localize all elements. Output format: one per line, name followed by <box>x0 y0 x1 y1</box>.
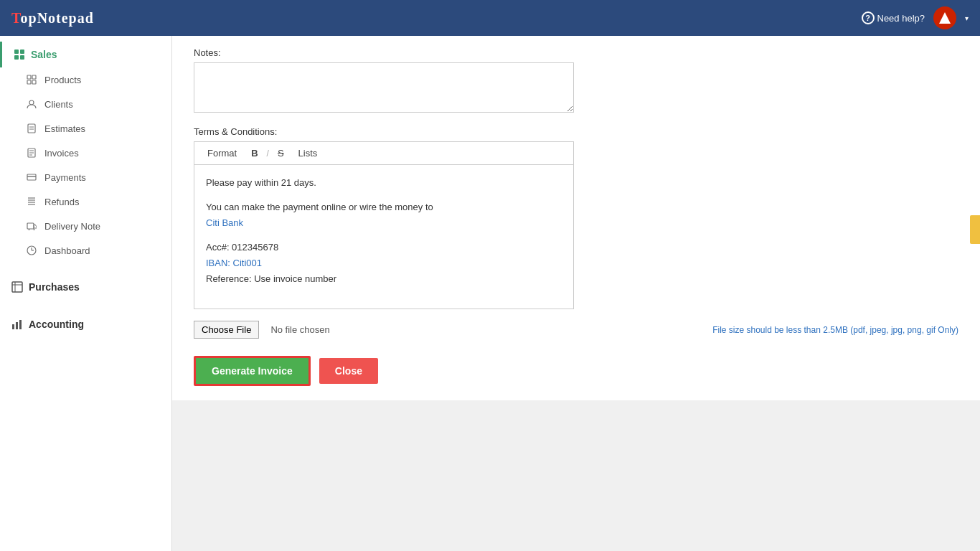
strikethrough-btn[interactable]: S <box>272 146 290 160</box>
action-row: Generate Invoice Close <box>194 356 958 386</box>
delivery-note-icon <box>26 220 37 232</box>
payments-icon <box>26 171 37 183</box>
estimates-label: Estimates <box>44 123 85 134</box>
purchases-section: Purchases <box>0 268 171 306</box>
sidebar-item-estimates[interactable]: Estimates <box>0 116 171 141</box>
terms-line-2: You can make the payment online or wire … <box>206 199 562 215</box>
terms-toolbar: Format B / S Lists <box>194 142 573 165</box>
bold-btn[interactable]: B <box>245 146 263 160</box>
svg-rect-6 <box>27 80 31 84</box>
format-btn[interactable]: Format <box>202 146 242 160</box>
accounting-section: Accounting <box>0 306 171 343</box>
file-upload-row: Choose File No file chosen File size sho… <box>194 321 958 339</box>
delivery-note-label: Delivery Note <box>44 221 100 232</box>
sidebar-item-dashboard[interactable]: Dashboard <box>0 238 171 263</box>
terms-line-4: Acc#: 012345678 <box>206 240 562 255</box>
terms-line-5: IBAN: Citi001 <box>206 255 562 271</box>
svg-rect-5 <box>32 75 36 79</box>
sidebar-accounting-group[interactable]: Accounting <box>0 311 171 337</box>
svg-point-23 <box>29 229 30 230</box>
toolbar-sep-1: / <box>267 149 269 159</box>
terms-editor: Format B / S Lists Please pay within 21 … <box>194 141 574 309</box>
clients-icon <box>26 98 37 110</box>
sales-section: Sales Products Clients <box>0 36 171 268</box>
purchases-icon <box>11 281 23 293</box>
notes-section: Notes: <box>194 47 958 115</box>
avatar-icon <box>939 12 951 24</box>
clients-label: Clients <box>44 99 73 110</box>
sidebar: Sales Products Clients <box>0 36 172 400</box>
dashboard-icon <box>26 245 37 256</box>
products-icon <box>26 74 37 85</box>
svg-rect-22 <box>27 223 34 229</box>
scrollbar-handle[interactable] <box>970 215 980 244</box>
sidebar-item-delivery-note[interactable]: Delivery Note <box>0 214 171 238</box>
main-content: Net Amount [USD] Notes: Terms & Conditio… <box>172 0 980 400</box>
help-icon: ? <box>862 11 875 24</box>
sidebar-purchases-group[interactable]: Purchases <box>0 274 171 300</box>
invoices-label: Invoices <box>44 148 79 159</box>
refunds-label: Refunds <box>44 197 79 207</box>
user-dropdown-arrow[interactable]: ▾ <box>965 14 969 22</box>
svg-rect-3 <box>20 55 24 60</box>
app-logo: TopNotepad <box>11 10 94 27</box>
sidebar-item-products[interactable]: Products <box>0 67 171 92</box>
svg-rect-4 <box>27 75 31 79</box>
svg-rect-2 <box>14 55 19 60</box>
svg-rect-31 <box>12 324 14 329</box>
sidebar-item-payments[interactable]: Payments <box>0 165 171 189</box>
svg-point-8 <box>29 100 34 105</box>
svg-point-24 <box>34 229 35 230</box>
generate-invoice-button[interactable]: Generate Invoice <box>194 356 311 386</box>
products-label: Products <box>44 75 81 85</box>
choose-file-button[interactable]: Choose File <box>194 321 259 339</box>
notes-label: Notes: <box>194 47 958 58</box>
refunds-icon <box>26 196 37 207</box>
payments-label: Payments <box>44 172 86 183</box>
dashboard-label: Dashboard <box>44 245 90 256</box>
terms-line-1: Please pay within 21 days. <box>206 175 562 191</box>
accounting-icon <box>11 319 23 330</box>
lists-btn[interactable]: Lists <box>293 146 324 160</box>
estimates-icon <box>26 123 37 134</box>
svg-rect-7 <box>32 80 36 84</box>
close-button[interactable]: Close <box>319 358 378 384</box>
svg-rect-9 <box>28 124 35 133</box>
sidebar-item-clients[interactable]: Clients <box>0 92 171 116</box>
notes-textarea[interactable] <box>194 62 574 113</box>
terms-line-6: Reference: Use invoice number <box>206 271 562 287</box>
header-right: ? Need help? ▾ <box>862 6 969 29</box>
invoices-icon <box>26 147 37 159</box>
no-file-chosen-text: No file chosen <box>270 324 329 335</box>
user-avatar[interactable] <box>933 6 956 29</box>
svg-rect-16 <box>27 174 36 180</box>
sales-icon <box>14 49 25 60</box>
need-help-button[interactable]: ? Need help? <box>862 11 925 24</box>
sidebar-item-refunds[interactable]: Refunds <box>0 189 171 214</box>
terms-content[interactable]: Please pay within 21 days. You can make … <box>194 165 573 309</box>
terms-line-3: Citi Bank <box>206 215 562 231</box>
sidebar-sales-group[interactable]: Sales <box>0 42 171 67</box>
svg-rect-33 <box>19 320 22 329</box>
svg-rect-32 <box>16 322 18 329</box>
svg-rect-0 <box>14 50 19 54</box>
svg-rect-1 <box>20 50 24 54</box>
header: TopNotepad ? Need help? ▾ <box>0 0 980 36</box>
svg-rect-28 <box>12 282 22 292</box>
terms-label: Terms & Conditions: <box>194 126 958 137</box>
sidebar-item-invoices[interactable]: Invoices <box>0 141 171 165</box>
file-hint-text: File size should be less than 2.5MB (pdf… <box>712 325 958 335</box>
terms-section: Terms & Conditions: Format B / S Lists P… <box>194 126 958 309</box>
